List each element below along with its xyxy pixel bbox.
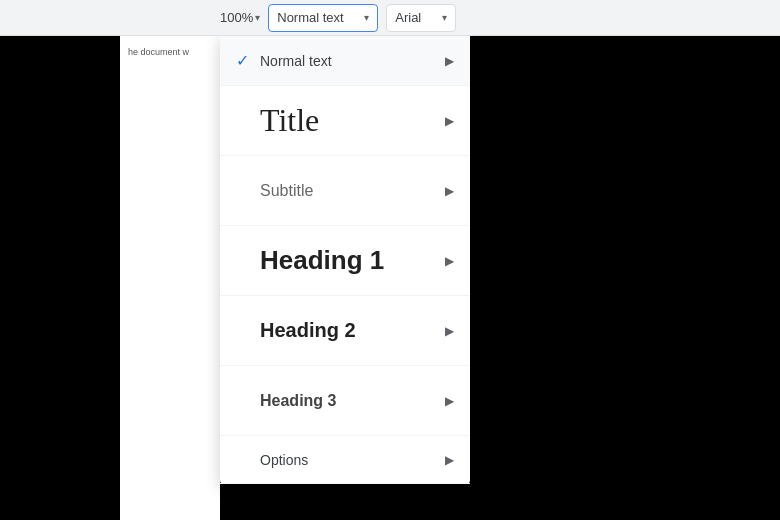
document-page-preview: he document w bbox=[120, 36, 220, 520]
left-background: he document w bbox=[0, 36, 220, 520]
subtitle-label: Subtitle bbox=[260, 182, 437, 200]
arrow-icon: ▶ bbox=[445, 114, 454, 128]
arrow-icon: ▶ bbox=[445, 453, 454, 467]
font-dropdown-label: Arial bbox=[395, 10, 438, 25]
dropdown-item-normal-text[interactable]: ✓ Normal text ▶ bbox=[220, 36, 470, 86]
dropdown-item-heading3[interactable]: Heading 3 ▶ bbox=[220, 366, 470, 436]
arrow-icon: ▶ bbox=[445, 394, 454, 408]
heading1-label: Heading 1 bbox=[260, 245, 437, 276]
options-label: Options bbox=[260, 452, 437, 468]
dropdown-item-title[interactable]: Title ▶ bbox=[220, 86, 470, 156]
screen: 100% ▾ Normal text ▾ Arial ▾ he document… bbox=[0, 0, 780, 520]
style-dropdown[interactable]: Normal text ▾ bbox=[268, 4, 378, 32]
style-dropdown-label: Normal text bbox=[277, 10, 360, 25]
main-area: he document w ✓ Normal text ▶ Title ▶ Su… bbox=[0, 36, 780, 520]
chevron-down-icon: ▾ bbox=[364, 12, 369, 23]
doc-preview-text: he document w bbox=[120, 36, 220, 69]
arrow-icon: ▶ bbox=[445, 184, 454, 198]
dropdown-item-options[interactable]: Options ▶ bbox=[220, 436, 470, 484]
arrow-icon: ▶ bbox=[445, 54, 454, 68]
zoom-control[interactable]: 100% ▾ bbox=[220, 10, 260, 25]
checkmark-icon: ✓ bbox=[236, 51, 256, 70]
dropdown-item-heading1[interactable]: Heading 1 ▶ bbox=[220, 226, 470, 296]
dropdown-item-subtitle[interactable]: Subtitle ▶ bbox=[220, 156, 470, 226]
toolbar: 100% ▾ Normal text ▾ Arial ▾ bbox=[0, 0, 780, 36]
zoom-label: 100% bbox=[220, 10, 253, 25]
zoom-arrow: ▾ bbox=[255, 12, 260, 23]
heading2-label: Heading 2 bbox=[260, 319, 437, 342]
heading3-label: Heading 3 bbox=[260, 392, 437, 410]
dropdown-item-heading2[interactable]: Heading 2 ▶ bbox=[220, 296, 470, 366]
style-dropdown-menu: ✓ Normal text ▶ Title ▶ Subtitle ▶ Headi… bbox=[220, 36, 470, 484]
font-dropdown[interactable]: Arial ▾ bbox=[386, 4, 456, 32]
arrow-icon: ▶ bbox=[445, 254, 454, 268]
normal-text-label: Normal text bbox=[260, 53, 437, 69]
arrow-icon: ▶ bbox=[445, 324, 454, 338]
title-label: Title bbox=[260, 102, 437, 139]
font-chevron-icon: ▾ bbox=[442, 12, 447, 23]
